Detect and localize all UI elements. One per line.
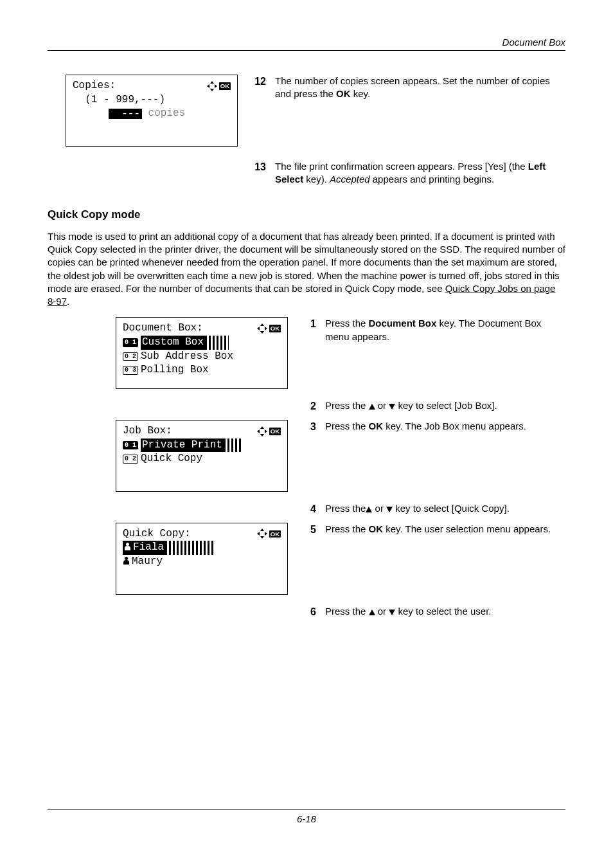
user-icon	[123, 557, 130, 565]
step-2-text: Press the or key to select [Job Box].	[325, 399, 565, 413]
dpad-icon	[258, 529, 267, 538]
lcd-copies: Copies: OK (1 - 999,---) --- copies	[66, 75, 238, 147]
dpad-icon	[258, 427, 267, 436]
lcd-docbox-title: Document Box:	[123, 321, 203, 336]
down-triangle-icon	[389, 404, 395, 410]
step-5-text: Press the OK key. The user selection men…	[325, 523, 565, 537]
step-12-text: The number of copies screen appears. Set…	[275, 75, 565, 101]
ok-icon: OK	[269, 428, 281, 435]
lcd-docbox-item-2: 0 2Sub Address Box	[123, 350, 281, 364]
down-triangle-icon	[389, 610, 395, 615]
lcd-job-box: Job Box: OK 0 1Private Print 0 2Quick Co…	[116, 420, 288, 492]
step-13-num: 13	[251, 160, 266, 186]
step-4-text: Press the or key to select [Quick Copy].	[325, 502, 565, 516]
lcd-quick-title: Quick Copy:	[123, 527, 191, 541]
nav-ok-icon: OK	[258, 324, 281, 333]
up-triangle-icon	[369, 404, 375, 410]
page-number: 6-18	[0, 813, 613, 826]
step-13-text: The file print confirmation screen appea…	[275, 160, 565, 186]
up-triangle-icon	[369, 610, 375, 615]
lcd-jobbox-item-2: 0 2Quick Copy	[123, 452, 281, 466]
lcd-docbox-item-1: 0 1Custom Box	[123, 336, 281, 350]
value-highlight: ---	[109, 109, 142, 119]
step-4-num: 4	[301, 502, 316, 516]
user-icon	[124, 543, 131, 550]
step-2-num: 2	[301, 399, 316, 413]
nav-ok-icon: OK	[208, 82, 231, 91]
step-6-num: 6	[301, 605, 316, 619]
ok-icon: OK	[269, 325, 281, 332]
lcd-quick-user-1: Fiala	[123, 541, 281, 555]
lcd-copies-value-row: --- copies	[73, 107, 231, 121]
ok-icon: OK	[219, 82, 231, 90]
quick-copy-heading: Quick Copy mode	[48, 208, 565, 222]
step-3-text: Press the OK key. The Job Box menu appea…	[325, 420, 565, 434]
lcd-document-box: Document Box: OK 0 1Custom Box 0 2Sub Ad…	[116, 317, 288, 389]
dpad-icon	[208, 82, 217, 91]
step-1-num: 1	[301, 317, 316, 343]
step-12-num: 12	[251, 75, 266, 101]
footer-rule	[48, 809, 565, 810]
step-1-text: Press the Document Box key. The Document…	[325, 317, 565, 343]
lcd-copies-title: Copies:	[73, 79, 116, 93]
nav-ok-icon: OK	[258, 427, 281, 436]
header-section: Document Box	[502, 36, 565, 49]
lcd-jobbox-item-1: 0 1Private Print	[123, 439, 281, 453]
step-3-num: 3	[301, 420, 316, 434]
lcd-jobbox-title: Job Box:	[123, 424, 172, 439]
up-triangle-icon	[366, 507, 372, 512]
copies-unit: copies	[142, 107, 185, 121]
step-6-text: Press the or key to select the user.	[325, 605, 565, 619]
lcd-quick-copy: Quick Copy: OK Fiala Maury	[116, 523, 288, 595]
header-rule	[48, 50, 565, 51]
step-5-num: 5	[301, 523, 316, 537]
lcd-docbox-item-3: 0 3Polling Box	[123, 363, 281, 377]
dpad-icon	[258, 324, 267, 333]
nav-ok-icon: OK	[258, 529, 281, 538]
ok-icon: OK	[269, 530, 281, 538]
lcd-copies-range: (1 - 999,---)	[73, 93, 231, 107]
quick-copy-paragraph: This mode is used to print an additional…	[48, 230, 565, 309]
down-triangle-icon	[386, 507, 393, 512]
lcd-quick-user-2: Maury	[123, 555, 281, 569]
